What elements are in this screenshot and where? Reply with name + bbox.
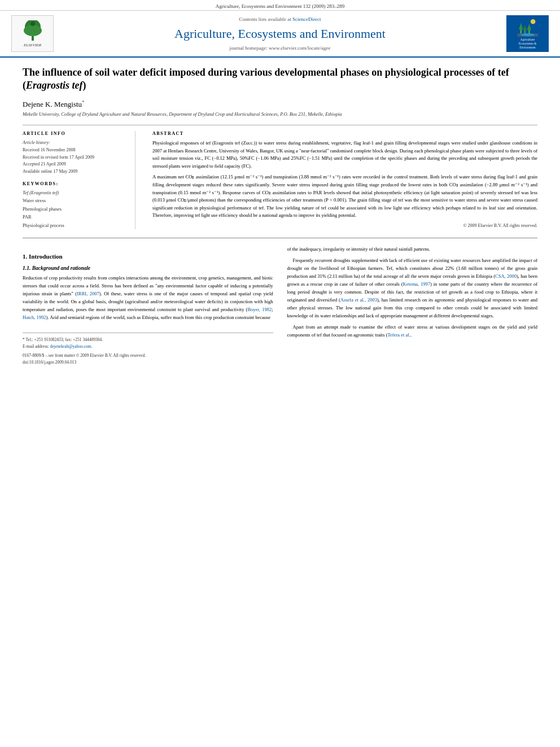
sciencedirect-link[interactable]: ScienceDirect — [292, 16, 321, 22]
ref-irri[interactable]: IRRI, 2007 — [77, 291, 99, 296]
divider-before-body — [23, 238, 537, 238]
logo-text: Agriculture Ecosystems & Environment — [519, 38, 537, 50]
journal-icon — [511, 18, 545, 37]
main-left: 1. Introduction 1.1. Background and rati… — [23, 245, 273, 366]
footer-doi: doi:10.1016/j.agee.2009.04.013 — [23, 359, 273, 366]
keywords-section: Keywords: Tef (Eragrostis tef) Water str… — [23, 181, 126, 229]
body-para-1: Reduction of crop productivity results f… — [23, 274, 273, 321]
received-date: Received 16 November 2008 — [23, 147, 126, 154]
elsevier-logo-box: ELSEVIER — [11, 15, 54, 52]
svg-rect-0 — [32, 36, 34, 41]
section-1-right-text: of the inadequacy, irregularity or inten… — [287, 245, 538, 339]
header-section: ELSEVIER Contents lists available at Sci… — [0, 11, 560, 58]
svg-rect-8 — [524, 30, 525, 33]
revised-date: Received in revised form 17 April 2009 — [23, 154, 126, 161]
accepted-date: Accepted 21 April 2009 — [23, 161, 126, 168]
available-date: Available online 17 May 2009 — [23, 168, 126, 176]
abstract-para-2: A maximum net CO₂ assimilation (12.15 μm… — [152, 173, 537, 220]
keyword-3: Phenological phases — [23, 205, 126, 213]
keywords-label: Keywords: — [23, 181, 126, 186]
svg-point-3 — [30, 21, 35, 26]
divider-after-affiliation — [23, 125, 537, 125]
svg-point-5 — [530, 19, 535, 24]
abstract-text: Physiological responses of tef (Eragrost… — [152, 139, 537, 220]
history-label: Article history: — [23, 139, 126, 147]
footer-issn: 0167-8809/$ – see front matter © 2009 El… — [23, 352, 273, 359]
journal-title-header: Agriculture, Ecosystems and Environment — [174, 27, 386, 41]
section-1-sub-heading: 1.1. Background and rationale — [23, 265, 273, 271]
journal-homepage: journal homepage: www.elsevier.com/locat… — [230, 45, 331, 51]
page-wrapper: Agriculture, Ecosystems and Environment … — [0, 0, 560, 747]
article-title: The influence of soil water deficit impo… — [23, 66, 537, 93]
article-info-title: ARTICLE INFO — [23, 131, 126, 136]
keyword-2: Water stress — [23, 196, 126, 204]
journal-top-bar: Agriculture, Ecosystems and Environment … — [0, 0, 560, 11]
ref-csa[interactable]: CSA, 2000 — [495, 273, 517, 279]
journal-logo-box: Agriculture Ecosystems & Environment — [506, 15, 549, 52]
ref-assefa[interactable]: Assefa et al., 2003 — [340, 297, 377, 303]
article-body: The influence of soil water deficit impo… — [0, 58, 560, 377]
copyright-line: © 2009 Elsevier B.V. All rights reserved… — [152, 223, 537, 228]
journal-citation: Agriculture, Ecosystems and Environment … — [216, 3, 345, 9]
footer-notes: * Tel.: +251 911082433; fax: +251 344409… — [23, 333, 273, 366]
journal-logo-right: Agriculture Ecosystems & Environment — [504, 15, 549, 52]
contents-line: Contents lists available at ScienceDirec… — [239, 16, 321, 22]
section-1-heading: 1. Introduction — [23, 253, 273, 260]
svg-rect-6 — [520, 29, 521, 33]
ref-boyer[interactable]: Boyer, 1982 — [247, 307, 272, 312]
author-sup: * — [82, 99, 85, 105]
main-content: 1. Introduction 1.1. Background and rati… — [23, 245, 537, 366]
header-center: Contents lists available at ScienceDirec… — [62, 15, 498, 52]
body-para-right-3: Apart from an attempt made to examine th… — [287, 323, 538, 339]
main-right: of the inadequacy, irregularity or inten… — [287, 245, 538, 366]
elsevier-tree-icon — [21, 20, 44, 42]
ref-ketema[interactable]: Ketema, 1997 — [403, 281, 430, 287]
keyword-4: PAR — [23, 213, 126, 221]
author-name: Dejene K. Mengistu* — [23, 99, 537, 109]
abstract-title: ABSTRACT — [152, 131, 537, 136]
body-para-right-1: of the inadequacy, irregularity or inten… — [287, 245, 538, 253]
svg-point-13 — [520, 33, 534, 36]
article-info-left: ARTICLE INFO Article history: Received 1… — [23, 131, 135, 229]
ref-tefera[interactable]: Tefera et al., — [387, 332, 411, 338]
keyword-5: Physiological process — [23, 221, 126, 229]
svg-point-2 — [24, 25, 42, 36]
abstract-para-1: Physiological responses of tef (Eragrost… — [152, 139, 537, 170]
body-para-right-2: Frequently recurrent droughts supplement… — [287, 256, 538, 320]
footnote-tel: * Tel.: +251 911082433; fax: +251 344409… — [23, 337, 273, 343]
article-info-section: ARTICLE INFO Article history: Received 1… — [23, 131, 537, 229]
footnote-email: E-mail address: dejenekrah@yahoo.com. — [23, 343, 273, 350]
section-1-left-text: Reduction of crop productivity results f… — [23, 274, 273, 321]
svg-rect-10 — [528, 30, 530, 34]
elsevier-wordmark: ELSEVIER — [24, 43, 41, 47]
keyword-1: Tef (Eragrostis tef) — [23, 189, 126, 196]
ref-hatch[interactable]: Hatch, 1992 — [23, 314, 46, 320]
author-affiliation: Mekelle University, College of Dryland A… — [23, 111, 537, 118]
footnote-email-link[interactable]: dejenekrah@yahoo.com. — [50, 344, 93, 349]
elsevier-logo: ELSEVIER — [11, 15, 56, 52]
abstract-section: ABSTRACT Physiological responses of tef … — [152, 131, 537, 229]
